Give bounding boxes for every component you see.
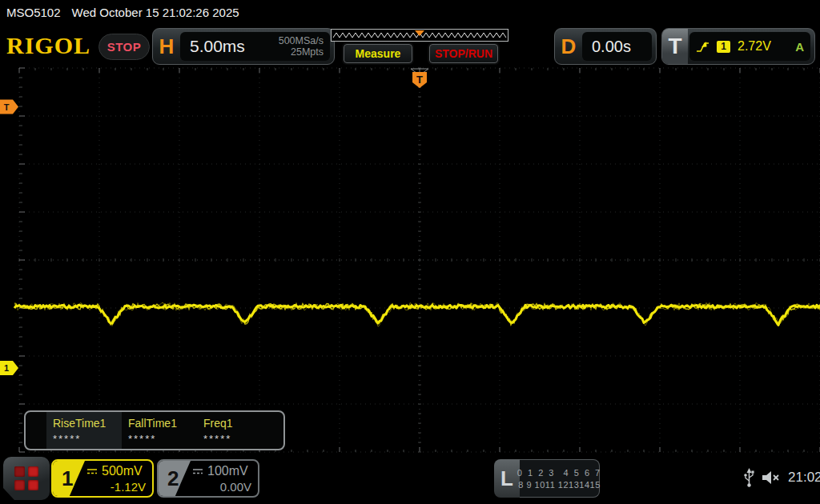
trigger-mode: A [795,40,804,54]
datetime: Wed October 15 21:02:26 2025 [72,6,239,19]
measurement-item[interactable]: Freq1 ***** [197,412,272,449]
delay-readout: 0.00s [582,32,652,61]
menu-grid-button[interactable] [3,457,50,500]
measurement-item[interactable]: RiseTime1 ***** [46,412,122,449]
timebase-value: 5.00ms [190,37,245,56]
oscilloscope-screen: MSO5102Wed October 15 21:02:26 2025 RIGO… [0,0,820,504]
horizontal-label: H [153,34,180,59]
dc-coupling-icon [192,467,203,475]
clock: 21:02 [788,470,820,486]
channel-1-block[interactable]: 1 500mV -1.12V [51,459,154,498]
horizontal-position-strip[interactable] [331,29,508,42]
rigol-logo: RIGOL [6,32,90,59]
measurement-label: RiseTime1 [53,417,122,430]
red-square-icon [14,480,25,490]
delay-label: D [555,34,582,59]
bottom-bar: 1 500mV -1.12V 2 [0,453,820,504]
red-square-icon [28,480,38,490]
channel-1-number: 1 [53,461,85,496]
svg-text:1: 1 [4,363,9,373]
red-square-icon [14,466,25,477]
waveform-position-icon [332,30,508,41]
timebase-readout: 5.00ms 500MSa/s 25Mpts [180,32,330,61]
logic-row-8-15: 8 9 1011 12131415 [518,480,601,490]
trigger-level: 2.72V [738,39,771,54]
stop-run-button[interactable]: STOP/RUN [429,44,498,63]
sample-rate: 500MSa/s [279,35,324,46]
model-name: MSO5102 [6,6,61,19]
trigger-label: T [662,29,688,64]
speaker-muted-icon[interactable] [761,469,782,486]
measurement-results-box[interactable]: RiseTime1 ***** FallTime1 ***** Freq1 **… [24,410,285,450]
waveform-display: TT1 [0,67,820,453]
logic-label: L [494,459,520,498]
trigger-panel[interactable]: T 1 2.72V A [661,28,815,65]
delay-value: 0.00s [592,38,631,56]
channel-2-scale: 100mV [207,464,248,478]
status-bar: MSO5102Wed October 15 21:02:26 2025 [0,0,820,24]
trigger-source-badge: 1 [717,41,730,53]
trigger-readout: 1 2.72V A [689,32,810,61]
memory-depth: 25Mpts [279,46,324,58]
delay-panel[interactable]: D 0.00s [554,28,657,65]
trigger-slope-icon [696,40,709,54]
channel-2-block[interactable]: 2 100mV 0.00V [157,459,259,498]
channel-2-number: 2 [159,461,191,496]
horizontal-panel[interactable]: H 5.00ms 500MSa/s 25Mpts [152,28,335,65]
measurement-label: FallTime1 [128,417,197,430]
measurement-label: Freq1 [203,417,272,430]
measure-button[interactable]: Measure [344,44,412,63]
measurement-value: ***** [53,433,122,445]
measurement-value: ***** [203,433,272,445]
logic-channel-numbers: 0 1 2 3 4 5 6 7 8 9 1011 12131415 [520,459,600,498]
usb-icon [743,467,755,488]
svg-text:T: T [416,74,423,86]
run-state-badge: STOP [98,34,150,60]
channel-1-offset: -1.12V [86,480,152,494]
red-square-icon [28,466,38,477]
logic-row-0-7: 0 1 2 3 4 5 6 7 [517,468,601,478]
measurement-value: ***** [128,433,197,445]
logic-channels-block[interactable]: L 0 1 2 3 4 5 6 7 8 9 1011 12131415 [494,459,600,498]
dc-coupling-icon [86,467,98,475]
acquisition-info: 500MSa/s 25Mpts [279,35,330,58]
svg-text:T: T [4,102,10,112]
measurement-item[interactable]: FallTime1 ***** [122,412,197,449]
channel-2-offset: 0.00V [192,480,258,494]
channel-1-scale: 500mV [102,464,143,478]
